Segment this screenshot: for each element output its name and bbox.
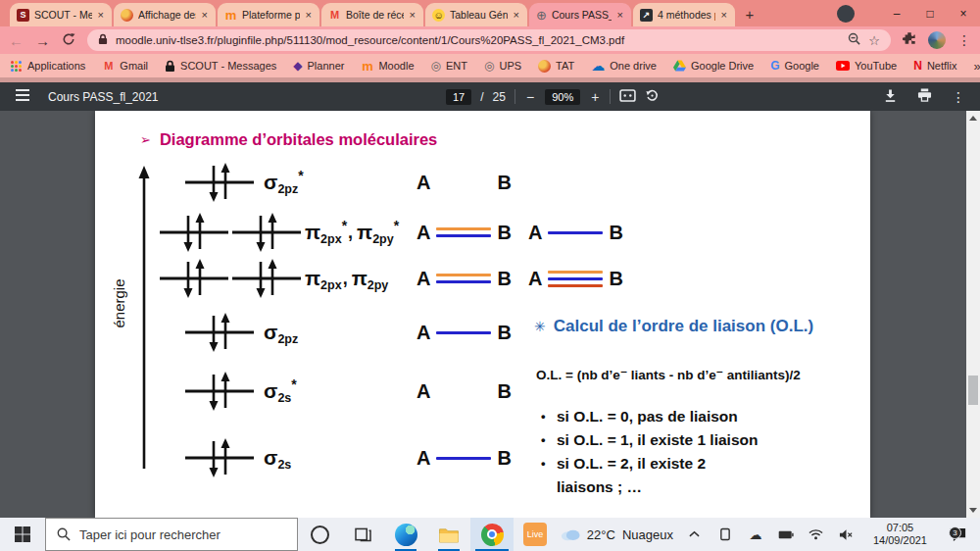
browser-tab-4[interactable]: MBoîte de récept× xyxy=(321,3,423,26)
taskbar-clock[interactable]: 07:05 14/09/2021 xyxy=(868,522,932,547)
maximize-button[interactable]: □ xyxy=(913,0,947,26)
battery-icon[interactable] xyxy=(777,530,795,539)
bookmark-star-icon[interactable]: ☆ xyxy=(868,33,880,48)
bookmark-ent[interactable]: ◎ENT xyxy=(431,60,467,73)
start-button[interactable] xyxy=(0,518,45,551)
edge-icon xyxy=(395,524,417,546)
bookmark-gmail[interactable]: MGmail xyxy=(102,60,148,73)
your-phone-icon[interactable] xyxy=(716,527,734,541)
zoom-in-button[interactable]: + xyxy=(589,89,601,105)
bond-single: AB xyxy=(416,320,512,345)
bookmark-planner[interactable]: ◆Planner xyxy=(293,60,344,73)
orbital-label: σ2pz* xyxy=(264,168,304,197)
browser-tab-7[interactable]: ↗4 méthodes po× xyxy=(633,3,735,26)
bookmark-google[interactable]: GGoogle xyxy=(770,60,819,73)
tab-close-icon[interactable]: × xyxy=(305,9,313,21)
extensions-puzzle-icon[interactable] xyxy=(903,31,916,49)
browser-window: SSCOUT - Messa×Affichage des n×mPlatefor… xyxy=(0,0,980,551)
page-number-input[interactable]: 17 xyxy=(446,89,471,105)
pdf-more-icon[interactable]: ⋮ xyxy=(952,89,965,105)
back-icon[interactable]: ← xyxy=(9,33,24,48)
url-text[interactable]: moodle.univ-tlse3.fr/pluginfile.php/5111… xyxy=(116,34,840,46)
bond-double: AB xyxy=(416,220,512,245)
bookmark-tat[interactable]: TAT xyxy=(538,60,574,73)
bookmark-label: Google xyxy=(785,60,819,72)
tab-title: Plateforme péd xyxy=(242,9,300,21)
bookmarks-overflow-chevron[interactable]: » xyxy=(973,59,980,74)
browser-tab-1[interactable]: SSCOUT - Messa× xyxy=(10,3,112,26)
bond-order-rule: si O.L. = 2, il existe 2 liaisons ; … xyxy=(538,452,871,499)
bookmark-moodle[interactable]: mMoodle xyxy=(361,60,414,73)
minimize-button[interactable]: – xyxy=(880,0,913,26)
time-text: 07:05 xyxy=(873,522,927,534)
reload-icon[interactable] xyxy=(62,32,75,48)
browser-profile-avatar[interactable] xyxy=(837,5,855,23)
tab-close-icon[interactable]: × xyxy=(616,9,624,21)
browser-tab-6[interactable]: ⊕Cours PASS_fl_× xyxy=(529,3,631,26)
tab-close-icon[interactable]: × xyxy=(409,9,416,21)
new-tab-button[interactable]: + xyxy=(737,2,762,25)
tab-title: Boîte de récept xyxy=(346,9,404,21)
tray-chevron-up-icon[interactable] xyxy=(686,530,704,538)
orbital-level xyxy=(183,370,256,417)
bookmark-label: Google Drive xyxy=(691,60,754,72)
browser-tab-2[interactable]: Affichage des n× xyxy=(114,3,216,26)
tab-close-icon[interactable]: × xyxy=(720,9,728,21)
orbital-level xyxy=(158,211,230,258)
tab-close-icon[interactable]: × xyxy=(97,9,105,21)
address-bar[interactable]: moodle.univ-tlse3.fr/pluginfile.php/5111… xyxy=(87,29,891,51)
bookmark-scout-messages[interactable]: SCOUT - Messages xyxy=(165,60,276,73)
volume-muted-icon[interactable] xyxy=(838,528,856,541)
cortana-button[interactable] xyxy=(298,518,341,551)
scrollbar-thumb[interactable] xyxy=(968,376,978,405)
scroll-up-arrow-icon[interactable] xyxy=(969,116,977,121)
taskbar-chrome-button[interactable] xyxy=(470,518,514,551)
notification-center-button[interactable]: 3 xyxy=(945,527,974,542)
forward-icon[interactable]: → xyxy=(35,33,50,48)
tab-title: Tableau Généra xyxy=(450,9,508,21)
bond-none: AB xyxy=(416,378,512,404)
tab-close-icon[interactable]: × xyxy=(201,9,209,21)
bookmarks-bar: ApplicationsMGmailSCOUT - Messages◆Plann… xyxy=(0,54,980,77)
weather-widget[interactable]: 22°C Nuageux xyxy=(561,527,673,542)
rotate-icon[interactable] xyxy=(645,88,660,106)
bond-double: AB xyxy=(416,266,512,291)
close-button[interactable]: × xyxy=(947,0,980,26)
lock-icon xyxy=(98,31,108,49)
bookmark-applications[interactable]: Applications xyxy=(10,60,85,73)
zoom-out-button[interactable]: − xyxy=(524,89,536,105)
atom-b: B xyxy=(609,222,622,244)
zoom-out-icon[interactable] xyxy=(848,31,860,49)
divider xyxy=(514,89,515,104)
pdf-viewport[interactable]: ➢ Diagramme d’orbitales moléculaires éne… xyxy=(0,111,980,518)
browser-tab-3[interactable]: mPlateforme péd× xyxy=(218,3,319,26)
print-icon[interactable] xyxy=(917,88,932,105)
bond-triple: AB xyxy=(528,266,623,291)
browser-menu-icon[interactable]: ⋮ xyxy=(957,32,971,48)
taskbar-live-button[interactable]: Live xyxy=(514,518,557,551)
scroll-down-arrow-icon[interactable] xyxy=(969,508,977,513)
taskbar-edge-button[interactable] xyxy=(384,518,427,551)
wifi-icon[interactable] xyxy=(808,528,825,540)
bookmark-google-drive[interactable]: Google Drive xyxy=(673,60,754,72)
atom-a: A xyxy=(416,222,430,244)
bookmark-youtube[interactable]: YouTube xyxy=(836,60,897,72)
taskbar-explorer-button[interactable] xyxy=(427,518,470,551)
taskbar-search-input[interactable]: Taper ici pour rechercher xyxy=(45,518,298,551)
cloud-weather-icon xyxy=(561,527,580,541)
tab-title: Affichage des n xyxy=(138,9,196,21)
bookmark-one-drive[interactable]: ☁One drive xyxy=(591,60,657,73)
bookmark-netflix[interactable]: NNetflix xyxy=(913,60,956,73)
fit-page-icon[interactable] xyxy=(619,89,636,105)
zoom-level-input[interactable]: 90% xyxy=(545,89,580,105)
search-placeholder: Taper ici pour rechercher xyxy=(79,527,220,542)
onedrive-cloud-icon[interactable]: ☁ xyxy=(747,528,764,541)
bookmark-ups[interactable]: ◎UPS xyxy=(484,60,521,73)
profile-photo-avatar[interactable] xyxy=(928,31,946,49)
task-view-button[interactable] xyxy=(341,518,384,551)
scrollbar[interactable] xyxy=(966,111,980,518)
tab-close-icon[interactable]: × xyxy=(513,9,520,21)
download-icon[interactable] xyxy=(883,88,898,106)
browser-tab-5[interactable]: ☺Tableau Généra× xyxy=(425,3,527,26)
pdf-menu-icon[interactable] xyxy=(15,88,30,105)
